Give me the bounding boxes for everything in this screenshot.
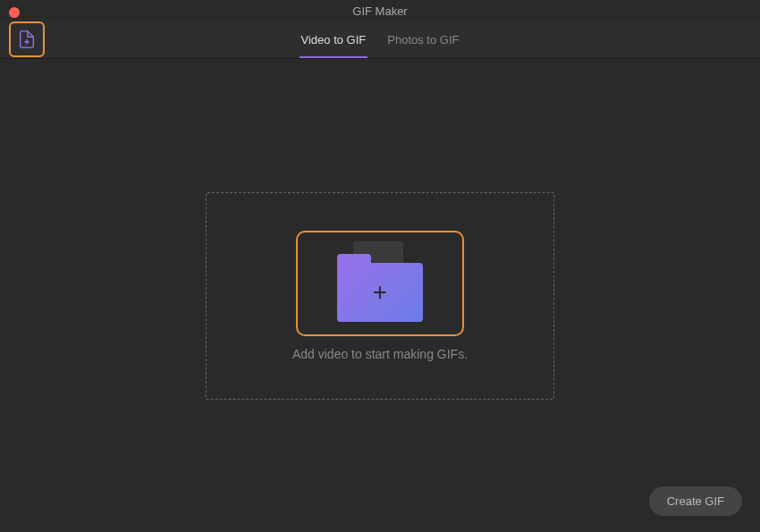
plus-icon: + xyxy=(373,280,387,305)
add-video-folder-button[interactable]: + xyxy=(296,231,464,336)
tab-label: Photos to GIF xyxy=(387,33,459,46)
create-gif-label: Create GIF xyxy=(667,494,724,508)
create-gif-button[interactable]: Create GIF xyxy=(649,486,742,516)
add-file-button[interactable] xyxy=(9,21,45,57)
add-document-icon xyxy=(17,30,37,49)
title-bar: GIF Maker xyxy=(0,0,760,21)
folder-icon: + xyxy=(337,263,423,322)
window-title: GIF Maker xyxy=(352,4,407,18)
window-close-button[interactable] xyxy=(9,7,20,18)
tab-photos-to-gif[interactable]: Photos to GIF xyxy=(385,21,460,58)
toolbar: Video to GIF Photos to GIF xyxy=(0,21,760,59)
main-area: + Add video to start making GIFs. xyxy=(0,59,760,532)
dropzone-prompt: Add video to start making GIFs. xyxy=(292,347,468,361)
tabs-container: Video to GIF Photos to GIF xyxy=(300,21,461,58)
video-dropzone[interactable]: + Add video to start making GIFs. xyxy=(206,192,554,400)
tab-video-to-gif[interactable]: Video to GIF xyxy=(300,21,368,58)
tab-label: Video to GIF xyxy=(301,33,367,46)
